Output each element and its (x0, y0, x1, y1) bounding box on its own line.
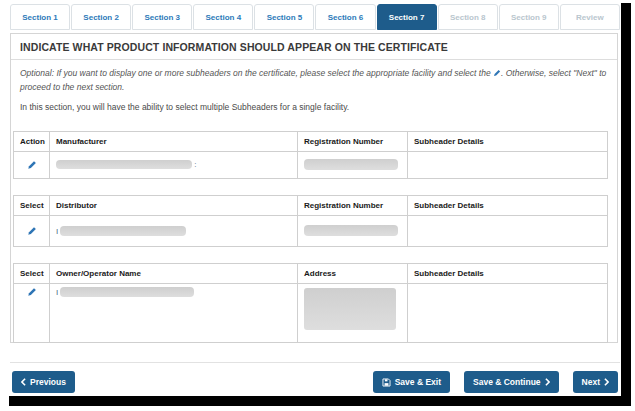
registration-number-cell (298, 151, 408, 178)
owner-operator-table: Select Owner/Operator Name Address Subhe… (13, 263, 608, 343)
manufacturer-name-cell: : (50, 151, 298, 178)
footer-left: Previous (12, 371, 75, 393)
column-header-registration-number: Registration Number (298, 195, 408, 215)
pencil-icon (27, 285, 37, 300)
table-row: : (14, 151, 608, 178)
chevron-right-icon (604, 378, 609, 386)
tab-section-8: Section 8 (438, 4, 498, 30)
pencil-icon (493, 68, 501, 81)
subheader-details-cell (408, 283, 608, 342)
tab-section-3[interactable]: Section 3 (132, 4, 192, 30)
column-header-subheader-details: Subheader Details (408, 195, 608, 215)
frame-shadow-bottom (9, 396, 631, 406)
save-continue-button[interactable]: Save & Continue (464, 371, 559, 393)
frame-shadow-right (621, 3, 631, 406)
redacted-value (60, 287, 194, 297)
manufacturer-name-fragment: : (194, 160, 196, 169)
save-exit-button[interactable]: Save & Exit (373, 371, 450, 393)
save-exit-button-label: Save & Exit (395, 377, 441, 387)
column-header-subheader-details: Subheader Details (408, 263, 608, 283)
next-button[interactable]: Next (573, 371, 618, 393)
optional-instruction-before: Optional: If you want to display one or … (20, 68, 491, 78)
tab-section-9: Section 9 (499, 4, 559, 30)
registration-number-cell (298, 215, 408, 246)
tab-section-7[interactable]: Section 7 (377, 4, 437, 30)
next-button-label: Next (582, 377, 600, 387)
pencil-icon (27, 158, 37, 173)
subheader-details-cell (408, 215, 608, 246)
save-continue-button-label: Save & Continue (473, 377, 541, 387)
tab-section-6[interactable]: Section 6 (315, 4, 375, 30)
save-disk-icon (382, 378, 391, 387)
table-row: I (14, 283, 608, 342)
footer-right: Save & Exit Save & Continue Next (373, 371, 618, 393)
tab-section-4[interactable]: Section 4 (193, 4, 253, 30)
multi-select-note: In this section, you will have the abili… (20, 101, 608, 114)
redacted-value (56, 160, 192, 169)
tab-review: Review (560, 4, 620, 30)
column-header-select: Select (14, 195, 50, 215)
column-header-distributor: Distributor (50, 195, 298, 215)
distributor-table: Select Distributor Registration Number S… (13, 195, 608, 247)
owner-operator-name-cell: I (50, 283, 298, 342)
subheader-details-cell (408, 151, 608, 178)
table-row: I (14, 215, 608, 246)
chevron-right-icon (545, 378, 550, 386)
redacted-value (304, 159, 398, 170)
column-header-action: Action (14, 131, 50, 151)
column-header-registration-number: Registration Number (298, 131, 408, 151)
tab-section-5[interactable]: Section 5 (254, 4, 314, 30)
edit-manufacturer-button[interactable] (27, 160, 37, 170)
redacted-value (304, 288, 396, 330)
column-header-subheader-details: Subheader Details (408, 131, 608, 151)
manufacturer-table: Action Manufacturer Registration Number … (13, 131, 608, 179)
column-header-select: Select (14, 263, 50, 283)
column-header-owner-operator-name: Owner/Operator Name (50, 263, 298, 283)
previous-button-label: Previous (30, 377, 66, 387)
tab-section-2[interactable]: Section 2 (71, 4, 131, 30)
pencil-icon (27, 224, 37, 239)
address-cell (298, 283, 408, 342)
column-header-manufacturer: Manufacturer (50, 131, 298, 151)
redacted-value (60, 226, 186, 236)
edit-distributor-button[interactable] (27, 226, 37, 236)
chevron-left-icon (21, 378, 26, 386)
footer-divider (10, 362, 620, 363)
previous-button[interactable]: Previous (12, 371, 75, 393)
page-title: INDICATE WHAT PRODUCT INFORMATION SHOULD… (11, 34, 617, 60)
redacted-value (304, 225, 398, 236)
column-header-address: Address (298, 263, 408, 283)
owner-operator-name-fragment: I (56, 287, 58, 296)
tab-section-1[interactable]: Section 1 (10, 4, 70, 30)
optional-instruction: Optional: If you want to display one or … (20, 67, 608, 94)
section-7-panel: INDICATE WHAT PRODUCT INFORMATION SHOULD… (10, 33, 618, 343)
distributor-name-cell: I (50, 215, 298, 246)
section-tab-bar: Section 1 Section 2 Section 3 Section 4 … (10, 4, 620, 30)
distributor-name-fragment: I (56, 226, 58, 235)
edit-owner-operator-button[interactable] (27, 287, 37, 297)
